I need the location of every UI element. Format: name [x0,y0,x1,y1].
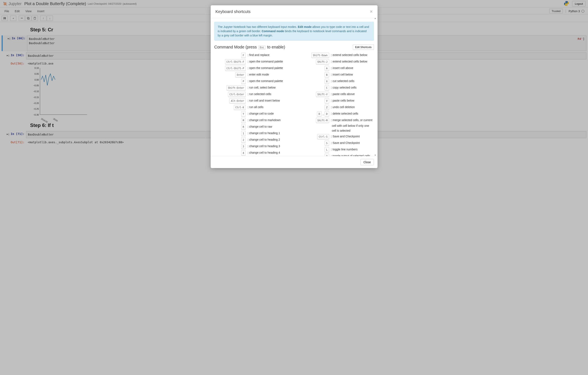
shortcut-keys: L [298,147,330,150]
key: D [317,111,321,117]
key: 3 [241,144,245,149]
shortcut-desc: Save and Checkpoint [330,134,374,139]
shortcut-keys: A [298,66,330,71]
shortcut-keys: Ctrl-S [298,134,330,139]
shortcut-row: Ctrl-Shift-Popen the command palette [214,66,290,71]
shortcut-row: Rchange cell to raw [214,124,290,130]
shortcut-row: Shift-Vpaste cells above [298,92,374,97]
edit-shortcuts-button[interactable]: Edit Shortcuts [353,44,374,50]
shortcut-row: Ctrl-Shift-Fopen the command palette [214,59,290,64]
shortcut-desc: Save and Checkpoint [330,141,374,145]
key: Ctrl-K [234,105,245,110]
shortcut-keys: F [214,53,247,58]
shortcut-row: Shift-Mmerge selected cells, or current [298,118,374,123]
shortcut-row: Zundo cell deletion [298,105,374,110]
shortcut-desc: copy selected cells [330,85,374,90]
modal-body[interactable]: The Jupyter Notebook has two different k… [211,18,378,150]
shortcut-keys: Ctrl-K [214,105,247,110]
shortcut-keys: Y [214,111,247,117]
key: Alt-Enter [229,98,245,104]
key: R [241,124,245,130]
shortcut-keys: B [298,72,330,78]
key: M [241,118,245,123]
shortcut-desc: open the command palette [247,66,290,70]
shortcut-keys: S [298,141,330,146]
shortcut-row: SSave and Checkpoint [298,141,374,146]
shortcut-row: Ainsert cell above [298,66,374,71]
shortcut-desc: extend selected cells below [330,59,374,64]
shortcut-keys: X [298,79,330,84]
modal-header: Keyboard shortcuts × [211,5,378,18]
shortcut-desc: change cell to heading 3 [247,144,290,148]
key: Shift-Enter [227,85,245,91]
shortcut-row: Shift-Downextend selected cells below [298,53,374,58]
shortcut-desc: find and replace [247,53,290,57]
key: 2 [241,137,245,143]
shortcut-keys: Enter [214,72,247,78]
shortcut-row: Alt-Enterrun cell and insert below [214,98,290,104]
shortcut-desc: paste cells above [330,92,374,96]
shortcut-desc: undo cell deletion [330,105,374,109]
shortcut-desc: toggle line numbers [330,147,374,150]
shortcut-keys: R [214,124,247,130]
key: Shift-M [316,118,329,123]
shortcut-row: Popen the command palette [214,79,290,84]
shortcut-row: Mchange cell to markdown [214,118,290,123]
shortcut-row: Binsert cell below [298,72,374,78]
shortcut-row: Ychange cell to code [214,111,290,117]
shortcut-row: 1change cell to heading 1 [214,131,290,136]
shortcut-row: Ltoggle line numbers [298,147,374,150]
shortcut-row: Ctrl-Krun all cells [214,105,290,110]
shortcut-desc: merge selected cells, or current [330,118,374,122]
shortcut-keys: 2 [214,137,247,143]
shortcut-desc: run cell and insert below [247,98,290,103]
shortcut-row: Shift-Jextend selected cells below [298,59,374,64]
key: P [241,79,245,84]
shortcut-row: Ctrl-SSave and Checkpoint [298,134,374,139]
key: Ctrl-Shift-F [225,59,246,64]
shortcut-keys: Ctrl-Shift-F [214,59,247,64]
key: Ctrl-Shift-P [225,66,246,71]
key: X [325,79,329,84]
shortcut-desc: paste cells below [330,98,374,103]
key: Z [325,105,329,110]
shortcut-keys: Shift-J [298,59,330,64]
key: L [325,147,329,150]
modal-close-button[interactable]: × [370,9,373,14]
shortcut-keys: D , D [298,111,330,117]
shortcut-desc: insert cell below [330,72,374,77]
shortcut-keys: Ctrl-Shift-P [214,66,247,71]
shortcut-desc-cont: cell with cell below if only one [298,124,374,128]
key: V [325,98,329,104]
shortcut-keys: Shift-Down [298,53,330,58]
key: Shift-Down [311,53,329,58]
info-box: The Jupyter Notebook has two different k… [214,22,374,41]
key: A [325,66,329,71]
shortcut-desc: change cell to raw [247,124,290,129]
command-mode-header: Command Mode (press Esc to enable) Edit … [214,44,374,50]
shortcuts-right-column: Shift-Downextend selected cells belowShi… [298,53,374,150]
shortcut-row: Enterenter edit mode [214,72,290,78]
key: D [325,111,329,117]
shortcuts-left-column: Ffind and replaceCtrl-Shift-Fopen the co… [214,53,290,150]
shortcut-row: Ctrl-Enterrun selected cells [214,92,290,97]
shortcut-row: 2change cell to heading 2 [214,137,290,143]
modal-title: Keyboard shortcuts [216,9,251,14]
shortcut-keys: Z [298,105,330,110]
shortcut-row: Xcut selected cells [298,79,374,84]
shortcut-row: 3change cell to heading 3 [214,144,290,149]
keyboard-shortcuts-dialog: ▲ Keyboard shortcuts × The Jupyter Noteb… [211,5,378,150]
key: S [325,141,329,146]
shortcut-row: D , Ddelete selected cells [298,111,374,117]
shortcut-row: Shift-Enterrun cell, select below [214,85,290,91]
shortcut-keys: C [298,85,330,91]
modal-backdrop[interactable]: ▲ Keyboard shortcuts × The Jupyter Noteb… [0,0,588,150]
shortcut-desc: run cell, select below [247,85,290,90]
shortcut-keys: Shift-V [298,92,330,97]
shortcut-desc: run all cells [247,105,290,109]
shortcut-desc: change cell to code [247,111,290,116]
shortcut-keys: Alt-Enter [214,98,247,104]
shortcut-desc: open the command palette [247,79,290,83]
shortcut-desc: run selected cells [247,92,290,96]
shortcut-keys: M [214,118,247,123]
